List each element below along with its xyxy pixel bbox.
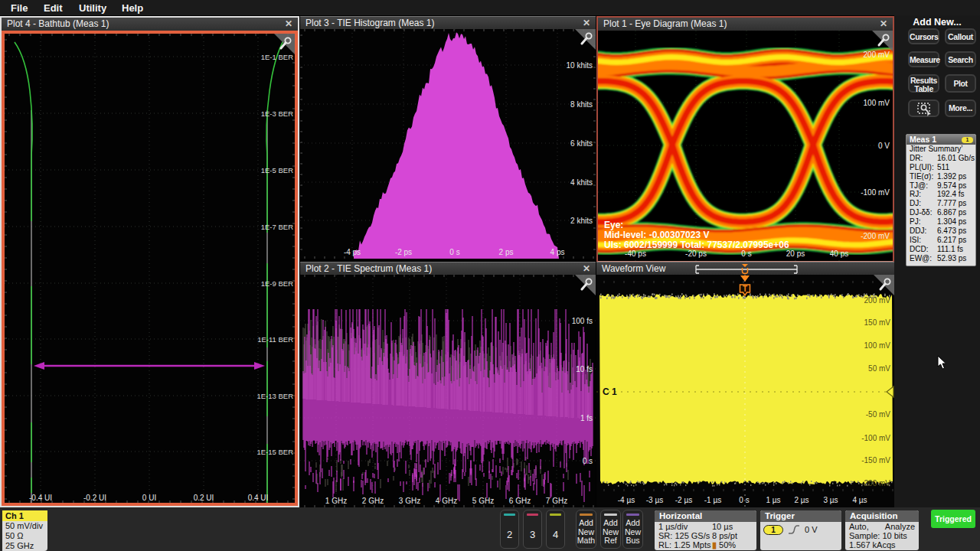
svg-text:2 µs: 2 µs [794, 496, 808, 504]
svg-text:10 fs: 10 fs [576, 365, 593, 373]
svg-text:Mid-level: -0.00307023 V: Mid-level: -0.00307023 V [604, 230, 709, 240]
svg-text:50 mV: 50 mV [868, 364, 890, 373]
svg-text:-2 µs: -2 µs [675, 496, 692, 504]
svg-text:3 µs: 3 µs [823, 496, 838, 504]
svg-text:-100 mV: -100 mV [861, 434, 890, 442]
svg-text:0 s: 0 s [583, 457, 593, 465]
svg-text:5 GHz: 5 GHz [472, 497, 494, 505]
svg-text:40 ps: 40 ps [830, 249, 848, 258]
svg-text:1 µs: 1 µs [766, 496, 780, 504]
svg-text:0 s: 0 s [449, 248, 459, 256]
svg-text:1E-13 BER: 1E-13 BER [256, 392, 293, 400]
svg-text:100 mV: 100 mV [864, 99, 890, 107]
svg-text:0 s: 0 s [741, 249, 751, 258]
svg-text:1 fs: 1 fs [580, 414, 593, 422]
svg-text:2 GHz: 2 GHz [362, 497, 384, 505]
svg-text:UIs: 6002/159999 Total: 775: UIs: 6002/159999 Total: 77537/2.07995e+0… [604, 240, 789, 250]
svg-text:1E-9 BER: 1E-9 BER [261, 279, 293, 288]
svg-text:8 khits: 8 khits [570, 100, 593, 109]
svg-text:-50 mV: -50 mV [866, 410, 891, 419]
svg-text:3 GHz: 3 GHz [399, 497, 420, 505]
svg-text:4 GHz: 4 GHz [436, 497, 457, 505]
svg-text:1E-3 BER: 1E-3 BER [261, 109, 293, 118]
svg-text:7 GHz: 7 GHz [546, 497, 567, 505]
svg-text:100 mV: 100 mV [864, 341, 891, 350]
svg-text:0.2 UI: 0.2 UI [194, 494, 214, 502]
svg-text:-150 mV: -150 mV [861, 456, 890, 465]
svg-text:Eye:: Eye: [604, 220, 623, 230]
svg-text:-200 mV: -200 mV [861, 479, 890, 487]
svg-text:-0.2 UI: -0.2 UI [83, 494, 106, 502]
svg-text:-2 ps: -2 ps [395, 248, 412, 256]
svg-text:200 mV: 200 mV [864, 296, 891, 305]
svg-text:100 fs: 100 fs [572, 317, 593, 325]
svg-text:4 µs: 4 µs [852, 496, 867, 504]
svg-text:1E-5 BER: 1E-5 BER [261, 166, 293, 174]
svg-text:-200 mV: -200 mV [861, 232, 890, 240]
svg-text:-0.4 UI: -0.4 UI [29, 494, 52, 502]
svg-text:T: T [743, 285, 747, 293]
svg-text:0.4 UI: 0.4 UI [248, 494, 269, 502]
svg-text:-20 ps: -20 ps [685, 249, 707, 258]
svg-text:-4 ps: -4 ps [344, 248, 361, 256]
svg-text:1 GHz: 1 GHz [325, 497, 347, 505]
svg-text:1E-15 BER: 1E-15 BER [256, 448, 293, 456]
svg-text:2 khits: 2 khits [570, 217, 593, 225]
svg-text:6 khits: 6 khits [570, 139, 593, 148]
svg-text:-4 µs: -4 µs [618, 496, 635, 504]
svg-text:2 ps: 2 ps [499, 248, 514, 256]
svg-text:C 1: C 1 [603, 386, 617, 397]
svg-text:4 ps: 4 ps [550, 248, 565, 256]
svg-text:-100 mV: -100 mV [861, 188, 890, 197]
svg-text:1E-11 BER: 1E-11 BER [257, 335, 293, 344]
svg-text:4 khits: 4 khits [570, 178, 593, 187]
svg-text:200 mV: 200 mV [864, 51, 890, 59]
svg-text:6 GHz: 6 GHz [509, 497, 531, 505]
svg-text:-3 µs: -3 µs [646, 496, 663, 504]
svg-text:0 UI: 0 UI [142, 494, 156, 502]
svg-text:10 khits: 10 khits [567, 61, 593, 70]
svg-text:1E-7 BER: 1E-7 BER [261, 223, 293, 231]
svg-text:20 ps: 20 ps [786, 249, 805, 258]
svg-text:0 V: 0 V [878, 142, 890, 150]
svg-text:-1 µs: -1 µs [704, 496, 721, 504]
svg-text:-40 ps: -40 ps [625, 249, 646, 258]
svg-text:0 s: 0 s [739, 496, 749, 504]
svg-text:150 mV: 150 mV [864, 318, 891, 327]
